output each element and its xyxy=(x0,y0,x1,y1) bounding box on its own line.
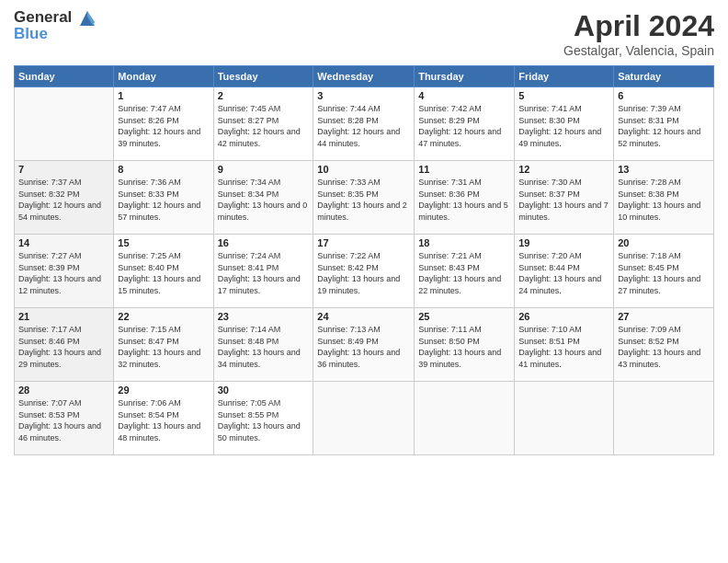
calendar-cell: 15Sunrise: 7:25 AMSunset: 8:40 PMDayligh… xyxy=(114,235,213,308)
day-number: 4 xyxy=(418,90,510,101)
calendar-cell: 27Sunrise: 7:09 AMSunset: 8:52 PMDayligh… xyxy=(614,308,714,382)
day-info: Sunrise: 7:15 AMSunset: 8:47 PMDaylight:… xyxy=(118,324,209,370)
calendar-cell: 10Sunrise: 7:33 AMSunset: 8:35 PMDayligh… xyxy=(313,161,415,235)
calendar-cell xyxy=(515,382,614,455)
day-info: Sunrise: 7:13 AMSunset: 8:49 PMDaylight:… xyxy=(317,324,410,370)
day-info: Sunrise: 7:37 AMSunset: 8:32 PMDaylight:… xyxy=(18,177,109,223)
day-number: 29 xyxy=(118,385,209,396)
calendar-table: SundayMondayTuesdayWednesdayThursdayFrid… xyxy=(14,65,714,455)
calendar-cell: 21Sunrise: 7:17 AMSunset: 8:46 PMDayligh… xyxy=(15,308,114,382)
calendar-cell: 23Sunrise: 7:14 AMSunset: 8:48 PMDayligh… xyxy=(213,308,313,382)
day-info: Sunrise: 7:24 AMSunset: 8:41 PMDaylight:… xyxy=(218,250,310,296)
title-area: April 2024 Gestalgar, Valencia, Spain xyxy=(563,9,714,58)
calendar-cell: 5Sunrise: 7:41 AMSunset: 8:30 PMDaylight… xyxy=(515,87,614,161)
day-number: 6 xyxy=(618,90,710,101)
calendar-cell: 25Sunrise: 7:11 AMSunset: 8:50 PMDayligh… xyxy=(415,308,515,382)
page-container: General Blue April 2024 Gestalgar, Valen… xyxy=(0,0,728,465)
calendar-cell: 22Sunrise: 7:15 AMSunset: 8:47 PMDayligh… xyxy=(114,308,213,382)
location-subtitle: Gestalgar, Valencia, Spain xyxy=(563,43,714,58)
calendar-week-row: 1Sunrise: 7:47 AMSunset: 8:26 PMDaylight… xyxy=(15,87,714,161)
day-number: 30 xyxy=(218,385,310,396)
day-number: 25 xyxy=(418,311,510,322)
month-title: April 2024 xyxy=(563,9,714,43)
day-info: Sunrise: 7:33 AMSunset: 8:35 PMDaylight:… xyxy=(317,177,410,223)
calendar-week-row: 21Sunrise: 7:17 AMSunset: 8:46 PMDayligh… xyxy=(15,308,714,382)
day-number: 9 xyxy=(218,164,310,175)
calendar-cell: 18Sunrise: 7:21 AMSunset: 8:43 PMDayligh… xyxy=(415,235,515,308)
day-info: Sunrise: 7:47 AMSunset: 8:26 PMDaylight:… xyxy=(118,103,209,149)
day-info: Sunrise: 7:14 AMSunset: 8:48 PMDaylight:… xyxy=(218,324,310,370)
weekday-header: Tuesday xyxy=(213,66,313,87)
day-number: 26 xyxy=(518,311,609,322)
day-info: Sunrise: 7:07 AMSunset: 8:53 PMDaylight:… xyxy=(18,397,109,443)
logo-blue: Blue xyxy=(14,26,97,43)
day-info: Sunrise: 7:42 AMSunset: 8:29 PMDaylight:… xyxy=(418,103,510,149)
logo: General Blue xyxy=(14,9,97,43)
calendar-cell xyxy=(415,382,515,455)
day-number: 2 xyxy=(218,90,310,101)
weekday-header: Friday xyxy=(515,66,614,87)
day-number: 11 xyxy=(418,164,510,175)
calendar-cell xyxy=(313,382,415,455)
calendar-cell: 6Sunrise: 7:39 AMSunset: 8:31 PMDaylight… xyxy=(614,87,714,161)
day-number: 18 xyxy=(418,237,510,248)
day-number: 8 xyxy=(118,164,209,175)
day-number: 17 xyxy=(317,237,410,248)
day-info: Sunrise: 7:31 AMSunset: 8:36 PMDaylight:… xyxy=(418,177,510,223)
calendar-cell: 2Sunrise: 7:45 AMSunset: 8:27 PMDaylight… xyxy=(213,87,313,161)
day-number: 7 xyxy=(18,164,109,175)
day-info: Sunrise: 7:41 AMSunset: 8:30 PMDaylight:… xyxy=(518,103,609,149)
day-number: 16 xyxy=(218,237,310,248)
day-info: Sunrise: 7:45 AMSunset: 8:27 PMDaylight:… xyxy=(218,103,310,149)
calendar-week-row: 28Sunrise: 7:07 AMSunset: 8:53 PMDayligh… xyxy=(15,382,714,455)
day-info: Sunrise: 7:10 AMSunset: 8:51 PMDaylight:… xyxy=(518,324,609,370)
day-info: Sunrise: 7:17 AMSunset: 8:46 PMDaylight:… xyxy=(18,324,109,370)
day-info: Sunrise: 7:11 AMSunset: 8:50 PMDaylight:… xyxy=(418,324,510,370)
calendar-cell: 7Sunrise: 7:37 AMSunset: 8:32 PMDaylight… xyxy=(15,161,114,235)
day-number: 21 xyxy=(18,311,109,322)
calendar-week-row: 7Sunrise: 7:37 AMSunset: 8:32 PMDaylight… xyxy=(15,161,714,235)
day-number: 19 xyxy=(518,237,609,248)
day-number: 3 xyxy=(317,90,410,101)
day-info: Sunrise: 7:39 AMSunset: 8:31 PMDaylight:… xyxy=(618,103,710,149)
calendar-cell: 19Sunrise: 7:20 AMSunset: 8:44 PMDayligh… xyxy=(515,235,614,308)
calendar-cell: 28Sunrise: 7:07 AMSunset: 8:53 PMDayligh… xyxy=(15,382,114,455)
day-info: Sunrise: 7:28 AMSunset: 8:38 PMDaylight:… xyxy=(618,177,710,223)
calendar-cell: 3Sunrise: 7:44 AMSunset: 8:28 PMDaylight… xyxy=(313,87,415,161)
day-number: 1 xyxy=(118,90,209,101)
day-info: Sunrise: 7:22 AMSunset: 8:42 PMDaylight:… xyxy=(317,250,410,296)
day-info: Sunrise: 7:18 AMSunset: 8:45 PMDaylight:… xyxy=(618,250,710,296)
calendar-cell: 4Sunrise: 7:42 AMSunset: 8:29 PMDaylight… xyxy=(415,87,515,161)
weekday-header: Saturday xyxy=(614,66,714,87)
calendar-cell: 24Sunrise: 7:13 AMSunset: 8:49 PMDayligh… xyxy=(313,308,415,382)
calendar-cell xyxy=(614,382,714,455)
day-number: 12 xyxy=(518,164,609,175)
day-number: 20 xyxy=(618,237,710,248)
logo-icon xyxy=(78,9,97,28)
day-info: Sunrise: 7:27 AMSunset: 8:39 PMDaylight:… xyxy=(18,250,109,296)
day-number: 28 xyxy=(18,385,109,396)
calendar-cell: 13Sunrise: 7:28 AMSunset: 8:38 PMDayligh… xyxy=(614,161,714,235)
weekday-header-row: SundayMondayTuesdayWednesdayThursdayFrid… xyxy=(15,66,714,87)
day-info: Sunrise: 7:25 AMSunset: 8:40 PMDaylight:… xyxy=(118,250,209,296)
day-info: Sunrise: 7:44 AMSunset: 8:28 PMDaylight:… xyxy=(317,103,410,149)
calendar-cell: 30Sunrise: 7:05 AMSunset: 8:55 PMDayligh… xyxy=(213,382,313,455)
calendar-cell: 1Sunrise: 7:47 AMSunset: 8:26 PMDaylight… xyxy=(114,87,213,161)
calendar-cell xyxy=(15,87,114,161)
weekday-header: Monday xyxy=(114,66,213,87)
calendar-cell: 14Sunrise: 7:27 AMSunset: 8:39 PMDayligh… xyxy=(15,235,114,308)
day-number: 23 xyxy=(218,311,310,322)
calendar-cell: 8Sunrise: 7:36 AMSunset: 8:33 PMDaylight… xyxy=(114,161,213,235)
day-number: 27 xyxy=(618,311,710,322)
calendar-cell: 29Sunrise: 7:06 AMSunset: 8:54 PMDayligh… xyxy=(114,382,213,455)
weekday-header: Thursday xyxy=(415,66,515,87)
calendar-cell: 17Sunrise: 7:22 AMSunset: 8:42 PMDayligh… xyxy=(313,235,415,308)
header: General Blue April 2024 Gestalgar, Valen… xyxy=(14,9,714,58)
weekday-header: Wednesday xyxy=(313,66,415,87)
calendar-cell: 26Sunrise: 7:10 AMSunset: 8:51 PMDayligh… xyxy=(515,308,614,382)
day-info: Sunrise: 7:05 AMSunset: 8:55 PMDaylight:… xyxy=(218,397,310,443)
day-info: Sunrise: 7:30 AMSunset: 8:37 PMDaylight:… xyxy=(518,177,609,223)
calendar-cell: 9Sunrise: 7:34 AMSunset: 8:34 PMDaylight… xyxy=(213,161,313,235)
day-info: Sunrise: 7:21 AMSunset: 8:43 PMDaylight:… xyxy=(418,250,510,296)
day-info: Sunrise: 7:20 AMSunset: 8:44 PMDaylight:… xyxy=(518,250,609,296)
